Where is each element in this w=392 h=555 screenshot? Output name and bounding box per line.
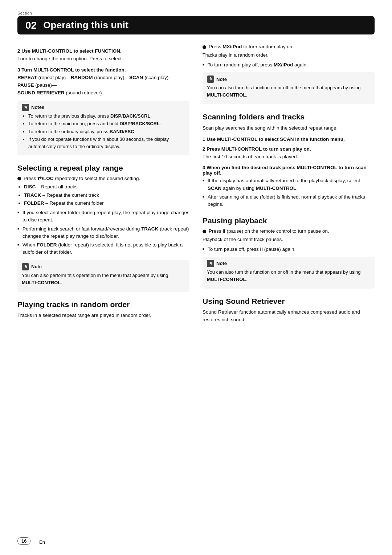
selecting-bullet: Press ⇄/LOC repeatedly to select the des…: [17, 175, 189, 181]
step3-bold2: RANDOM: [71, 75, 93, 80]
page: Section 02 Operating this unit 2 Use MUL…: [0, 0, 392, 555]
random-bullet: Press MX/iPod to turn random play on.: [203, 44, 375, 49]
selecting-item-track: TRACK – Repeat the current track: [24, 192, 189, 199]
selecting-note-title: ✎ Note: [22, 263, 185, 270]
content-columns: 2 Use MULTI-CONTROL to select FUNCTION. …: [17, 44, 375, 326]
selecting-square1: If you select another folder during repe…: [17, 209, 189, 224]
random-note-box: ✎ Note You can also turn this function o…: [203, 72, 375, 104]
step3-bold4: PAUSE: [17, 82, 34, 88]
scanning-body: Scan play searches the song within the s…: [203, 125, 375, 132]
step3-text1: (repeat play)—: [37, 75, 71, 80]
scanning-title: Scanning folders and tracks: [203, 112, 375, 121]
random-square: To turn random play off, press MX/iPod a…: [203, 61, 375, 69]
section-number: 02: [25, 20, 37, 30]
random-bullet-dot: [203, 45, 206, 49]
playing-title: Playing tracks in random order: [17, 300, 189, 309]
scan-step2-body: The first 10 seconds of each track is pl…: [203, 153, 375, 161]
pausing-bullet-dot: [203, 230, 206, 233]
section-label: Section: [17, 11, 375, 15]
scan-step1-title: 1 Use MULTI-CONTROL to select SCAN in th…: [203, 136, 375, 142]
pausing-body: Playback of the current track pauses.: [203, 236, 375, 244]
pausing-note-icon: ✎: [207, 260, 214, 267]
pausing-note-box: ✎ Note You can also turn this function o…: [203, 257, 375, 289]
step3-title: 3 Turn MULTI-CONTROL to select the funct…: [17, 67, 189, 73]
note-icon: ✎: [22, 104, 29, 111]
selecting-item-disc: DISC – Repeat all tracks: [24, 183, 189, 191]
pausing-note-body: You can also turn this function on or of…: [207, 269, 370, 283]
note-item-3: To return to the ordinary display, press…: [28, 128, 185, 135]
note-item-2: To return to the main menu, press and ho…: [28, 120, 185, 127]
random-body: Tracks play in a random order.: [203, 52, 375, 59]
step3-text4: (pause)—: [34, 82, 57, 88]
scan-step3-square2: After scanning of a disc (folder) is fin…: [203, 193, 375, 208]
bullet-circle-dot: [17, 177, 21, 180]
scan-step2-title: 2 Press MULTI-CONTROL to turn scan play …: [203, 146, 375, 152]
step2-body: Turn to change the menu option. Press to…: [17, 55, 189, 63]
note-item-1: To return to the previous display, press…: [28, 113, 185, 120]
left-column: 2 Use MULTI-CONTROL to select FUNCTION. …: [17, 44, 189, 326]
selecting-note-body: You can also perform this operation in t…: [22, 272, 185, 286]
notes-box: ✎ Notes To return to the previous displa…: [17, 101, 189, 156]
step3-bold3: SCAN: [129, 75, 143, 80]
page-lang: En: [39, 539, 45, 545]
notes-title: ✎ Notes: [22, 104, 185, 111]
note-item-4: If you do not operate functions within a…: [28, 136, 185, 150]
selecting-bullet-text: Press ⇄/LOC repeatedly to select the des…: [24, 175, 140, 181]
step2-title: 2 Use MULTI-CONTROL to select FUNCTION.: [17, 48, 189, 54]
sound-title: Using Sound Retriever: [203, 297, 375, 306]
step3-body: REPEAT (repeat play)—RANDOM (random play…: [17, 74, 189, 97]
step3-bold5: SOUND RETRIEVER: [17, 90, 65, 95]
right-column: Press MX/iPod to turn random play on. Tr…: [203, 44, 375, 326]
random-note-title: ✎ Note: [207, 76, 370, 83]
scan-step3-square1: If the display has automatically returne…: [203, 177, 375, 192]
notes-list: To return to the previous display, press…: [28, 113, 185, 150]
pausing-bullet: Press II (pause) on the remote control t…: [203, 228, 375, 234]
selecting-item-folder: FOLDER – Repeat the current folder: [24, 200, 189, 207]
step3-text2: (random play)—: [93, 75, 130, 80]
pausing-note-title: ✎ Note: [207, 260, 370, 267]
random-bullet-text: Press MX/iPod to turn random play on.: [209, 44, 294, 49]
scan-step3-title: 3 When you find the desired track press …: [203, 165, 375, 176]
random-note-icon: ✎: [207, 76, 214, 83]
selecting-square2: Performing track search or fast forward/…: [17, 225, 189, 240]
selecting-square3: When FOLDER (folder repeat) is selected,…: [17, 241, 189, 256]
selecting-note-icon: ✎: [22, 263, 29, 270]
step3-text5: (sound retriever): [65, 90, 102, 95]
selecting-title: Selecting a repeat play range: [17, 163, 189, 172]
section-header: 02 Operating this unit: [17, 16, 375, 34]
page-number: 16: [17, 537, 30, 545]
pausing-title: Pausing playback: [203, 216, 375, 225]
selecting-note-box: ✎ Note You can also perform this operati…: [17, 260, 189, 292]
selecting-items-list: DISC – Repeat all tracks TRACK – Repeat …: [24, 183, 189, 207]
section-title: Operating this unit: [43, 20, 128, 31]
playing-body: Tracks in a selected repeat range are pl…: [17, 312, 189, 319]
step3-bold1: REPEAT: [17, 75, 37, 80]
sound-body: Sound Retriever function automatically e…: [203, 309, 375, 324]
step3-text3: (scan play)—: [143, 75, 173, 80]
pausing-bullet-text: Press II (pause) on the remote control t…: [209, 228, 329, 234]
pausing-square: To turn pause off, press II (pause) agai…: [203, 246, 375, 253]
random-note-body: You can also turn this function on or of…: [207, 84, 370, 99]
